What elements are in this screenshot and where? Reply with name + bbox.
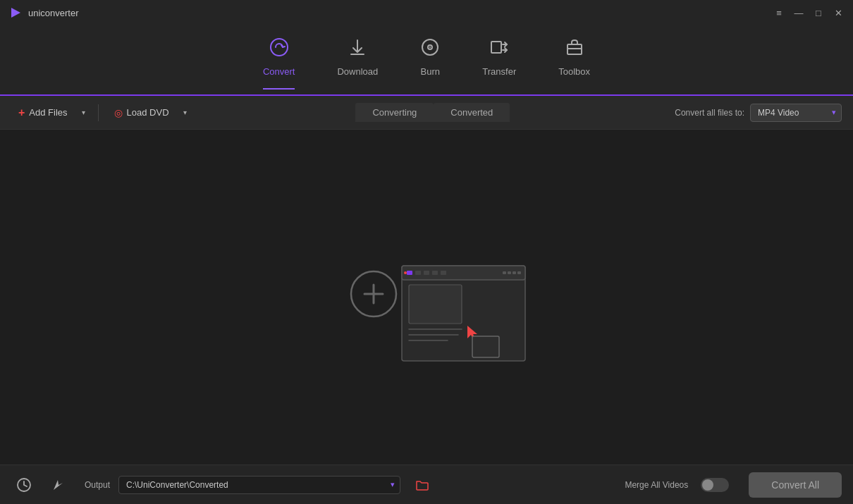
title-bar: uniconverter ≡ — □ ✕ — [0, 0, 853, 25]
plus-icon: + — [18, 106, 25, 119]
convert-icon — [269, 37, 289, 62]
title-bar-controls: ≡ — □ ✕ — [773, 6, 845, 19]
toolbox-icon — [565, 37, 584, 62]
tab-converting[interactable]: Converting — [355, 103, 434, 122]
load-dvd-button[interactable]: ◎ Load DVD — [107, 103, 176, 123]
toolbar: + Add Files ▾ ◎ Load DVD ▾ Converting Co… — [0, 96, 853, 130]
convert-format-area: Convert all files to: MP4 Video MKV Vide… — [675, 104, 842, 122]
output-path-input[interactable] — [118, 476, 400, 494]
open-folder-button[interactable] — [412, 474, 433, 496]
drop-illustration — [321, 227, 532, 368]
svg-rect-5 — [491, 42, 501, 53]
svg-rect-18 — [508, 271, 511, 274]
history-icon — [16, 477, 32, 493]
svg-rect-16 — [441, 271, 446, 275]
nav-label-download: Download — [337, 66, 378, 77]
svg-marker-29 — [54, 480, 63, 490]
speed-button[interactable] — [45, 472, 70, 498]
svg-rect-22 — [409, 285, 462, 324]
load-dvd-dropdown-arrow[interactable]: ▾ — [179, 104, 191, 121]
nav-bar: Convert Download Burn — [0, 25, 853, 96]
title-bar-left: uniconverter — [8, 6, 79, 20]
folder-icon — [415, 479, 429, 491]
transfer-icon — [489, 37, 509, 62]
bottom-bar: Output ▾ Merge All Videos Convert All — [0, 465, 853, 504]
add-files-label: Add Files — [29, 107, 67, 118]
format-select[interactable]: MP4 Video MKV Video AVI Video MOV Video … — [750, 104, 842, 122]
nav-item-toolbox[interactable]: Toolbox — [558, 37, 590, 82]
nav-label-convert: Convert — [263, 66, 295, 77]
svg-point-1 — [271, 39, 288, 56]
app-name: uniconverter — [28, 8, 79, 18]
speed-icon — [50, 477, 66, 493]
svg-rect-14 — [424, 271, 429, 275]
svg-point-21 — [404, 271, 407, 274]
nav-item-burn[interactable]: Burn — [420, 37, 440, 82]
history-button[interactable] — [11, 472, 37, 498]
empty-state-illustration — [321, 227, 532, 368]
dvd-icon: ◎ — [114, 107, 123, 118]
main-content — [0, 130, 853, 465]
minimize-button[interactable]: — — [792, 6, 805, 19]
menu-button[interactable]: ≡ — [773, 6, 785, 19]
nav-item-convert[interactable]: Convert — [263, 37, 295, 82]
download-icon — [348, 37, 367, 62]
svg-marker-0 — [11, 8, 20, 18]
nav-label-toolbox: Toolbox — [558, 66, 590, 77]
load-dvd-label: Load DVD — [127, 107, 169, 118]
nav-label-transfer: Transfer — [482, 66, 516, 77]
merge-all-label: Merge All Videos — [625, 480, 688, 490]
svg-rect-20 — [517, 271, 521, 274]
output-label: Output — [85, 480, 110, 490]
convert-all-label: Convert all files to: — [675, 108, 744, 118]
convert-all-button[interactable]: Convert All — [749, 472, 842, 498]
nav-item-transfer[interactable]: Transfer — [482, 37, 516, 82]
svg-rect-15 — [432, 271, 438, 275]
tab-converted[interactable]: Converted — [434, 103, 510, 122]
tab-area: Converting Converted — [355, 103, 510, 122]
add-files-dropdown-arrow[interactable]: ▾ — [78, 104, 90, 121]
toolbar-left: + Add Files ▾ ◎ Load DVD ▾ — [11, 102, 191, 123]
svg-rect-27 — [472, 336, 499, 357]
nav-item-download[interactable]: Download — [337, 37, 378, 82]
nav-label-burn: Burn — [421, 66, 440, 77]
output-path-wrap: ▾ — [118, 476, 400, 494]
maximize-button[interactable]: □ — [812, 6, 825, 19]
svg-point-4 — [429, 47, 431, 48]
svg-rect-12 — [407, 271, 412, 275]
format-select-wrap: MP4 Video MKV Video AVI Video MOV Video … — [750, 104, 842, 122]
burn-icon — [420, 37, 440, 62]
toolbar-divider — [98, 104, 99, 121]
svg-rect-13 — [415, 271, 421, 275]
add-files-button[interactable]: + Add Files — [11, 102, 75, 123]
svg-rect-19 — [513, 271, 516, 274]
app-logo-icon — [8, 6, 23, 20]
close-button[interactable]: ✕ — [832, 6, 845, 19]
svg-rect-17 — [503, 271, 506, 274]
merge-toggle[interactable] — [701, 478, 729, 492]
